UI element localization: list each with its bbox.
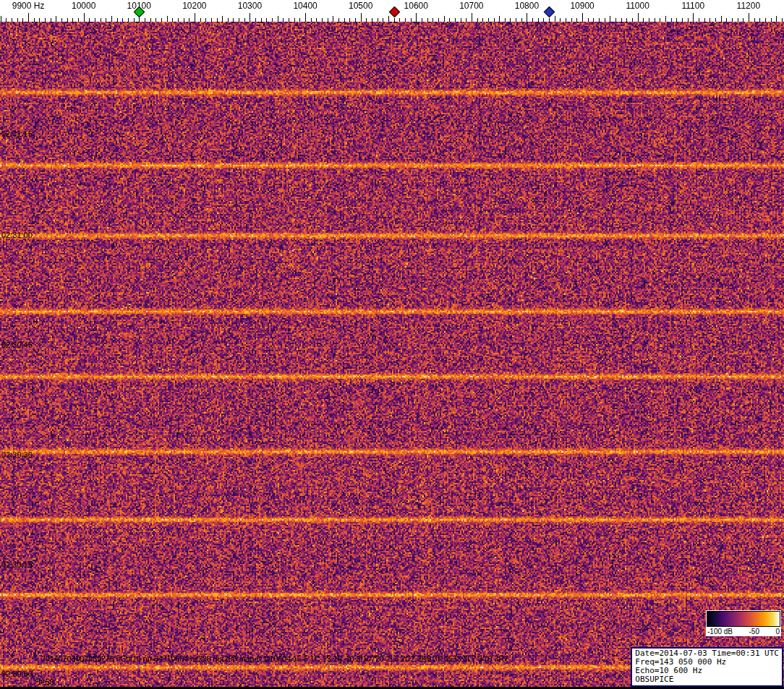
info-station-line: OBSUPICE <box>635 675 779 684</box>
colorbar: -100 dB -50 0 <box>706 610 781 636</box>
time-tick-label: 02:31:00 <box>1 231 33 239</box>
time-tick-label: 02:31:15 <box>1 129 33 138</box>
info-panel: Date=2014-07-03 Time=00:31 UTC Freq=143 … <box>631 647 783 687</box>
colorbar-max-label: 0 <box>775 628 780 635</box>
time-tick-label: 02:30:15 <box>1 560 33 569</box>
colorbar-min-label: -100 dB <box>707 628 733 635</box>
time-axis-overlay: 20140703002959276 hCnt16 nb-84 f10604 hi… <box>0 0 784 689</box>
colorbar-mid-label: -50 <box>749 628 759 635</box>
time-tick-label: 02:30:00 <box>1 669 33 678</box>
footer-note: ^t+59 <box>35 677 54 686</box>
time-tick-label: 02:30:45 <box>1 341 33 349</box>
detection-annotation: 20140703002959276 hCnt16 nb-84 f10604 hi… <box>41 654 508 663</box>
time-tick-label: 02:30:30 <box>1 450 33 459</box>
colorbar-gradient-icon <box>707 611 780 627</box>
colorbar-labels: -100 dB -50 0 <box>707 627 780 635</box>
